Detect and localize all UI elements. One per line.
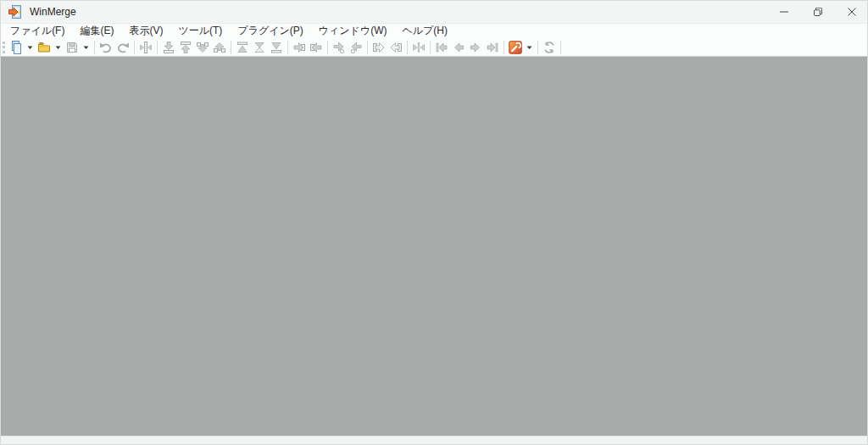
copy-all-right-icon: [372, 41, 386, 54]
last-file-icon: [486, 41, 499, 54]
copy-right-advance-button[interactable]: [331, 40, 348, 56]
chevron-down-icon: [83, 44, 90, 51]
current-difference-button[interactable]: [251, 40, 268, 56]
copy-left-advance-button[interactable]: [348, 40, 364, 56]
last-difference-button[interactable]: [268, 40, 285, 56]
toolbar-separator: [157, 41, 158, 54]
toolbar-separator: [287, 41, 288, 54]
toolbar-separator: [537, 41, 538, 54]
previous-conflict-button[interactable]: [211, 40, 228, 56]
save-button[interactable]: [64, 40, 81, 56]
last-file-button[interactable]: [484, 40, 501, 56]
copy-all-left-icon: [389, 41, 403, 54]
toolbar-separator: [134, 41, 135, 54]
first-file-button[interactable]: [433, 40, 450, 56]
menu-view[interactable]: 表示(V): [121, 23, 170, 40]
statusbar: [1, 436, 868, 445]
next-conflict-button[interactable]: [194, 40, 211, 56]
open-folder-icon: [37, 41, 51, 54]
menu-edit[interactable]: 編集(E): [72, 23, 121, 40]
chevron-down-icon: [526, 44, 533, 51]
copy-all-left-button[interactable]: [387, 40, 404, 56]
refresh-rescan-button[interactable]: [137, 40, 154, 56]
previous-conflict-icon: [213, 41, 226, 54]
window-title: WinMerge: [30, 6, 76, 18]
toolbar-separator: [327, 41, 328, 54]
next-difference-icon: [162, 41, 175, 54]
menu-window[interactable]: ウィンドウ(W): [311, 23, 395, 40]
redo-button[interactable]: [114, 40, 131, 56]
undo-icon: [99, 41, 113, 54]
open-button[interactable]: [36, 40, 53, 56]
toolbar: [1, 39, 868, 57]
first-difference-button[interactable]: [234, 40, 251, 56]
previous-difference-icon: [179, 41, 192, 54]
toolbar-separator: [430, 41, 431, 54]
next-file-icon: [469, 41, 482, 54]
first-difference-icon: [236, 41, 249, 54]
next-conflict-icon: [196, 41, 209, 54]
reload-plugins-button[interactable]: [541, 40, 558, 56]
menu-file[interactable]: ファイル(F): [3, 23, 72, 40]
chevron-down-icon: [27, 44, 34, 51]
reload-plugins-icon: [542, 41, 556, 54]
toolbar-separator: [367, 41, 368, 54]
new-button[interactable]: [8, 40, 25, 56]
auto-merge-icon: [412, 41, 426, 54]
winmerge-window: WinMerge ファイル(F) 編集(E) 表示(V) ツール(T): [1, 1, 868, 445]
copy-left-advance-icon: [349, 41, 363, 54]
previous-file-button[interactable]: [450, 40, 467, 56]
copy-all-right-button[interactable]: [370, 40, 387, 56]
undo-button[interactable]: [97, 40, 114, 56]
toolbar-separator: [504, 41, 504, 54]
plugin-prediffer-dropdown-button[interactable]: [524, 40, 535, 56]
minimize-icon: [780, 8, 788, 16]
redo-icon: [116, 41, 130, 54]
auto-merge-button[interactable]: [410, 40, 427, 56]
winmerge-app-icon: [8, 5, 22, 19]
copy-right-advance-icon: [332, 41, 346, 54]
toolbar-separator: [560, 41, 561, 54]
new-file-icon: [9, 41, 23, 54]
plugin-wrench-icon: [509, 41, 522, 54]
toolbar-separator: [94, 41, 95, 54]
menu-tools[interactable]: ツール(T): [170, 23, 230, 40]
titlebar: WinMerge: [1, 1, 868, 23]
menu-help[interactable]: ヘルプ(H): [394, 23, 455, 40]
previous-file-icon: [452, 41, 465, 54]
previous-difference-button[interactable]: [177, 40, 194, 56]
new-dropdown-button[interactable]: [25, 40, 36, 56]
menu-plugins[interactable]: プラグイン(P): [230, 23, 310, 40]
close-icon: [848, 8, 856, 16]
chevron-down-icon: [55, 44, 62, 51]
restore-button[interactable]: [801, 1, 835, 23]
next-difference-button[interactable]: [160, 40, 177, 56]
rescan-icon: [139, 41, 153, 54]
save-icon: [65, 41, 79, 54]
close-button[interactable]: [835, 1, 868, 23]
toolbar-separator: [231, 41, 231, 54]
copy-left-button[interactable]: [308, 40, 325, 56]
toolbar-separator: [407, 41, 408, 54]
mdi-client-area: [1, 57, 868, 436]
plugin-prediffer-button[interactable]: [507, 40, 524, 56]
next-file-button[interactable]: [467, 40, 484, 56]
open-dropdown-button[interactable]: [53, 40, 64, 56]
copy-right-icon: [292, 41, 306, 54]
last-difference-icon: [270, 41, 283, 54]
toolbar-gripper[interactable]: [3, 42, 6, 53]
first-file-icon: [435, 41, 448, 54]
current-difference-icon: [253, 41, 266, 54]
restore-icon: [814, 8, 822, 16]
copy-left-icon: [309, 41, 323, 54]
menubar: ファイル(F) 編集(E) 表示(V) ツール(T) プラグイン(P) ウィンド…: [1, 23, 868, 39]
copy-right-button[interactable]: [291, 40, 308, 56]
minimize-button[interactable]: [767, 1, 801, 23]
save-dropdown-button[interactable]: [81, 40, 92, 56]
